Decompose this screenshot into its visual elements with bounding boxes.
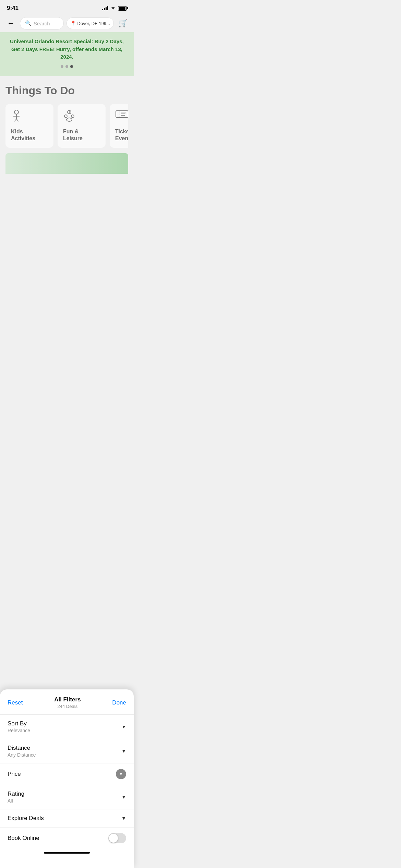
- status-bar: 9:41: [0, 0, 134, 14]
- svg-line-3: [14, 119, 16, 121]
- navbar: ← 🔍 Search 📍 Dover, DE 199... 🛒: [0, 14, 134, 32]
- svg-line-4: [16, 119, 19, 121]
- svg-point-9: [71, 115, 74, 118]
- tickets-events-label: Tickets &Events: [115, 128, 128, 143]
- svg-point-0: [14, 110, 19, 114]
- promo-dot-1: [61, 65, 63, 68]
- back-arrow-icon: ←: [7, 19, 15, 28]
- location-bar[interactable]: 📍 Dover, DE 199...: [66, 17, 114, 29]
- status-time: 9:41: [7, 5, 19, 12]
- tickets-events-icon: [115, 109, 128, 121]
- cart-button[interactable]: 🛒: [117, 17, 129, 29]
- svg-point-8: [64, 115, 67, 118]
- battery-icon: [118, 6, 127, 11]
- category-card-fun[interactable]: Fun &Leisure: [58, 104, 106, 148]
- location-pin-icon: 📍: [70, 21, 76, 26]
- cart-icon: 🛒: [118, 19, 127, 28]
- promo-dots: [7, 65, 127, 68]
- kids-activities-icon: [11, 109, 48, 123]
- search-bar[interactable]: 🔍 Search: [20, 17, 64, 29]
- svg-rect-10: [116, 111, 128, 118]
- page-title: Things To Do: [5, 84, 128, 97]
- category-card-tickets[interactable]: Tickets &Events: [110, 104, 128, 148]
- image-row: [5, 153, 128, 174]
- search-placeholder: Search: [34, 21, 50, 26]
- fun-leisure-icon: [63, 109, 100, 123]
- fun-leisure-label: Fun &Leisure: [63, 128, 100, 143]
- category-card-kids[interactable]: KidsActivities: [5, 104, 53, 148]
- search-icon: 🔍: [25, 20, 32, 26]
- promo-dot-2: [65, 65, 68, 68]
- back-button[interactable]: ←: [5, 17, 17, 29]
- promo-banner[interactable]: Universal Orlando Resort Special: Buy 2 …: [0, 32, 134, 76]
- wifi-icon: [110, 6, 116, 10]
- kids-activities-label: KidsActivities: [11, 128, 48, 143]
- status-icons: [102, 6, 127, 11]
- svg-point-6: [66, 118, 72, 121]
- category-cards: KidsActivities Fun &Leisure: [5, 104, 128, 148]
- signal-bars-icon: [102, 6, 108, 10]
- promo-text: Universal Orlando Resort Special: Buy 2 …: [7, 38, 127, 61]
- promo-dot-3: [70, 65, 73, 68]
- page-content: Things To Do KidsActivities: [0, 76, 134, 178]
- location-text: Dover, DE 199...: [77, 21, 110, 26]
